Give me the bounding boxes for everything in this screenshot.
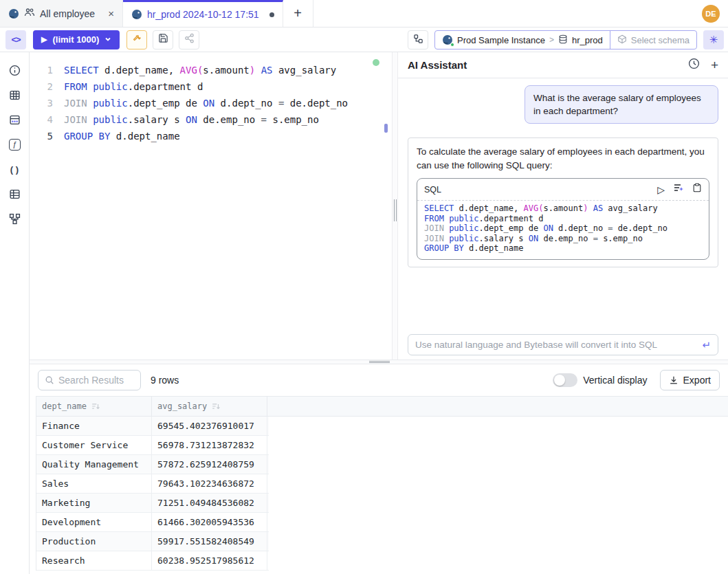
run-snippet-icon[interactable]: ▷ xyxy=(657,185,665,195)
toolbar-right: Prod Sample Instance > hr_prod Select sc… xyxy=(408,30,724,49)
vertical-display-toggle[interactable] xyxy=(553,373,577,387)
share-button[interactable] xyxy=(179,30,199,49)
table-row[interactable]: Development61466.302005943536 xyxy=(36,513,269,532)
run-button-label: (limit 1000) xyxy=(52,34,99,45)
code-line: GROUP BY d.dept_name xyxy=(64,128,348,144)
vertical-display-label: Vertical display xyxy=(583,375,647,386)
code-line: FROM public.department d xyxy=(424,214,702,224)
table-cell[interactable]: 71251.049484536082 xyxy=(152,494,267,512)
results-table: dept_name avg_salary Finance69545.402376… xyxy=(36,396,728,571)
table-cell[interactable]: 60238.952517985612 xyxy=(152,551,267,570)
editor-status-dot-icon xyxy=(373,59,379,66)
table-row[interactable]: Finance69545.402376910017 xyxy=(36,417,269,436)
postgres-icon xyxy=(131,9,142,20)
table-cell[interactable]: Research xyxy=(36,551,152,570)
code-line: JOIN public.dept_emp de ON d.dept_no = d… xyxy=(424,223,702,234)
chevron-down-icon xyxy=(104,34,111,45)
ai-input-container: ↵ xyxy=(408,334,718,355)
wrench-button[interactable] xyxy=(126,30,147,49)
user-avatar[interactable]: DE xyxy=(702,5,720,23)
table-cell[interactable]: 57872.625912408759 xyxy=(152,455,267,474)
ai-assistant-title: AI Assistant xyxy=(408,59,467,71)
sitemap-button[interactable] xyxy=(408,30,428,49)
history-clock-icon[interactable] xyxy=(688,58,700,72)
ai-code-block: SQL ▷ SELECT d.dept_name, AVG(s.amount) … xyxy=(417,178,709,260)
editor-scrollbar-thumb[interactable] xyxy=(384,124,388,133)
sidebar-item-functions[interactable]: ƒ xyxy=(2,132,27,157)
table-cell[interactable]: 79643.102234636872 xyxy=(152,474,267,493)
tab-label: All employee xyxy=(40,8,95,19)
table-row[interactable]: Production59917.551582408549 xyxy=(36,532,269,551)
table-cell[interactable]: Development xyxy=(36,513,152,531)
export-button[interactable]: Export xyxy=(660,370,720,390)
column-header-avg-salary[interactable]: avg_salary xyxy=(152,397,267,416)
return-key-icon[interactable]: ↵ xyxy=(702,339,718,351)
play-icon: ▶ xyxy=(41,35,47,44)
share-icon xyxy=(184,33,195,46)
sidebar-item-external-tables[interactable] xyxy=(2,181,27,206)
instance-database-selector[interactable]: Prod Sample Instance > hr_prod xyxy=(435,31,610,49)
sidebar-item-schema-diagram[interactable] xyxy=(2,206,27,231)
panel-resize-handle-vertical[interactable] xyxy=(392,52,398,360)
table-cell[interactable]: Finance xyxy=(36,417,152,435)
tab-all-employee[interactable]: All employee × xyxy=(0,0,123,27)
table-rows-icon xyxy=(9,188,21,200)
table-body: Finance69545.402376910017Customer Servic… xyxy=(36,417,269,571)
search-results-input[interactable] xyxy=(54,375,140,386)
table-data-icon xyxy=(9,114,21,126)
openai-icon: ✳ xyxy=(709,34,718,46)
sidebar-item-procedures[interactable]: ( ) xyxy=(2,157,27,181)
sql-editor[interactable]: 12345 SELECT d.dept_name, AVG(s.amount) … xyxy=(30,52,392,360)
table-row[interactable]: Marketing71251.049484536082 xyxy=(36,494,269,513)
unsaved-dot-icon xyxy=(269,12,274,17)
editor-code[interactable]: SELECT d.dept_name, AVG(s.amount) AS avg… xyxy=(64,62,348,144)
info-icon xyxy=(9,65,21,76)
instance-name: Prod Sample Instance xyxy=(457,35,545,45)
code-line: JOIN public.salary s ON de.emp_no = s.em… xyxy=(424,234,702,244)
insert-snippet-icon[interactable] xyxy=(673,182,684,197)
status-dot-icon xyxy=(450,43,454,47)
ai-prompt-input[interactable] xyxy=(408,340,702,350)
table-row[interactable]: Customer Service56978.731213872832 xyxy=(36,436,269,455)
results-panel: 9 rows Vertical display Export dept_name… xyxy=(30,364,728,574)
line-number: 1 xyxy=(30,62,53,78)
table-row[interactable]: Sales79643.102234636872 xyxy=(36,474,269,494)
table-cell[interactable]: Customer Service xyxy=(36,436,152,454)
sidebar-item-info[interactable] xyxy=(2,58,27,82)
panel-resize-handle-horizontal[interactable] xyxy=(30,360,728,364)
code-block-header: SQL ▷ xyxy=(417,179,709,201)
breadcrumb-separator: > xyxy=(549,35,554,45)
ai-response-text: To calculate the average salary of emplo… xyxy=(417,146,705,170)
new-chat-button[interactable]: + xyxy=(711,58,718,73)
tab-hr-prod[interactable]: hr_prod 2024-10-12 17:51 xyxy=(123,0,283,27)
code-panel-toggle-button[interactable]: <> xyxy=(5,30,26,49)
sidebar-item-tables[interactable] xyxy=(2,82,27,107)
parentheses-icon: ( ) xyxy=(10,164,19,175)
table-cell[interactable]: Sales xyxy=(36,474,152,493)
save-button[interactable] xyxy=(153,30,173,49)
table-cell[interactable]: 69545.402376910017 xyxy=(152,417,267,435)
table-row[interactable]: Research60238.952517985612 xyxy=(36,551,269,571)
wrench-icon xyxy=(132,33,142,46)
new-tab-button[interactable]: + xyxy=(283,0,313,27)
sidebar-item-data[interactable] xyxy=(2,107,27,132)
toggle-knob xyxy=(554,375,565,386)
table-cell[interactable]: Quality Management xyxy=(36,455,152,474)
table-cell[interactable]: 59917.551582408549 xyxy=(152,532,267,551)
run-query-button[interactable]: ▶ (limit 1000) xyxy=(33,30,120,49)
ai-response: To calculate the average salary of emplo… xyxy=(408,137,718,267)
schema-selector[interactable]: Select schema xyxy=(610,31,696,49)
table-grid-icon xyxy=(9,89,21,101)
ai-assistant-header: AI Assistant + xyxy=(398,52,728,78)
openai-button[interactable]: ✳ xyxy=(703,30,724,49)
table-cell[interactable]: 61466.302005943536 xyxy=(152,513,267,531)
copy-snippet-icon[interactable] xyxy=(692,183,702,197)
table-row[interactable]: Quality Management57872.625912408759 xyxy=(36,455,269,474)
table-cell[interactable]: 56978.731213872832 xyxy=(152,436,267,454)
close-icon[interactable]: × xyxy=(108,8,114,19)
code-line: JOIN public.salary s ON de.emp_no = s.em… xyxy=(64,111,348,128)
table-cell[interactable]: Marketing xyxy=(36,494,152,512)
schema-cube-icon xyxy=(617,34,627,46)
column-header-dept-name[interactable]: dept_name xyxy=(36,397,152,416)
table-cell[interactable]: Production xyxy=(36,532,152,551)
